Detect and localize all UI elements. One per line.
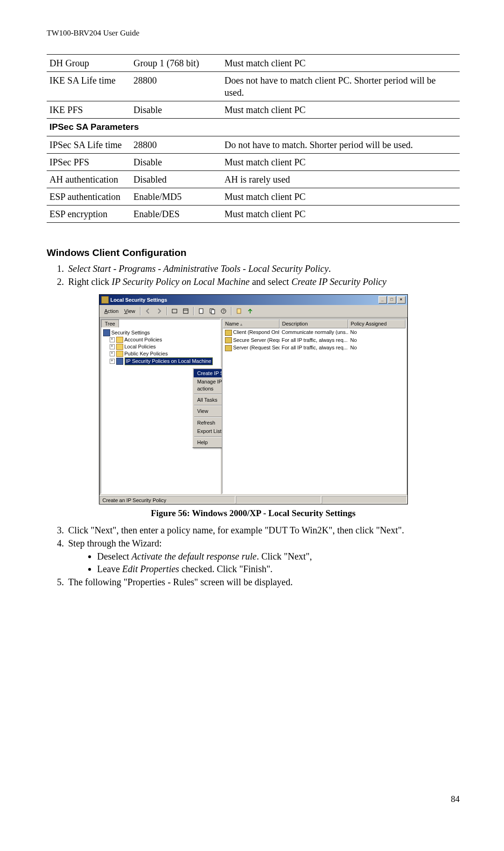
table-row: IKE PFSDisableMust match client PC [47,101,460,119]
steps-list: Select Start - Programs - Administrative… [47,262,460,288]
svg-rect-0 [172,309,177,313]
table-row: DH GroupGroup 1 (768 bit)Must match clie… [47,55,460,72]
tree-tab[interactable]: Tree [101,319,119,327]
table-row: ESP authenticationEnable/MD5Must match c… [47,188,460,205]
window-titlebar[interactable]: Local Security Settings _ □ × [99,295,407,305]
list-item: Right click IP Security Policy on Local … [66,276,460,288]
menu-view[interactable]: View [122,307,138,315]
folder-icon [116,344,123,350]
app-icon [101,296,109,304]
section-header-row: IPSec SA Parameters [47,119,460,136]
expand-icon[interactable]: + [110,344,115,349]
tree-node-selected[interactable]: +IP Security Policies on Local Machine [103,357,219,365]
bullet-item: Deselect Activate the default response r… [97,550,460,562]
status-text: Create an IP Security Policy [100,496,235,504]
maximize-button[interactable]: □ [388,296,396,304]
folder-icon [116,351,123,357]
page-header: TW100-BRV204 User Guide [47,28,460,38]
column-description[interactable]: Description [280,319,348,328]
tree-node[interactable]: +Public Key Policies [103,350,219,357]
list-item: Select Start - Programs - Administrative… [66,262,460,275]
list-header: Name ▵ Description Policy Assigned [223,319,406,328]
toolbar-icon[interactable] [169,306,180,316]
menu-action[interactable]: Action [102,307,121,315]
svg-rect-3 [199,309,203,313]
tree-pane: Tree Security Settings +Account Policies… [100,319,221,494]
policy-icon [116,358,123,365]
parameters-table: DH GroupGroup 1 (768 bit)Must match clie… [47,54,460,223]
expand-icon[interactable]: + [110,337,115,342]
list-pane: Name ▵ Description Policy Assigned Clien… [222,319,406,494]
svg-rect-8 [237,309,241,313]
list-row[interactable]: Server (Request Secu... For all IP traff… [223,344,406,352]
screenshot-local-security-settings: Local Security Settings _ □ × Action Vie… [99,294,408,504]
security-icon [103,329,110,336]
status-panel [322,496,407,504]
folder-icon [116,337,123,343]
figure: Local Security Settings _ □ × Action Vie… [47,294,460,519]
toolbar-icon[interactable] [234,306,244,316]
column-assigned[interactable]: Policy Assigned [348,319,406,328]
toolbar-icon[interactable] [207,306,217,316]
list-item: Click "Next", then enter a policy name, … [66,524,460,536]
table-row: IKE SA Life time28800Does not have to ma… [47,72,460,101]
table-row: IPSec SA Life time28800Do not have to ma… [47,136,460,153]
toolbar-icon[interactable] [196,306,206,316]
forward-button[interactable] [154,306,164,316]
policy-icon [225,345,232,351]
policy-icon [225,330,232,336]
steps-list-continued: Click "Next", then enter a policy name, … [47,524,460,588]
tree-node[interactable]: +Account Policies [103,336,219,343]
section-heading: Windows Client Configuration [47,246,460,259]
table-row: ESP encryptionEnable/DESMust match clien… [47,205,460,222]
svg-text:?: ? [222,309,224,313]
svg-rect-5 [211,310,215,314]
close-button[interactable]: × [397,296,406,304]
minimize-button[interactable]: _ [378,296,387,304]
expand-icon[interactable]: + [110,359,115,364]
window-title: Local Security Settings [111,297,168,303]
tree-node[interactable]: +Local Policies [103,343,219,350]
figure-caption: Figure 56: Windows 2000/XP - Local Secur… [47,508,460,519]
toolbar-icon[interactable] [181,306,191,316]
list-item: The following "Properties - Rules" scree… [66,576,460,588]
list-item: Step through the Wizard: Deselect Activa… [66,537,460,575]
svg-rect-1 [183,309,188,313]
toolbar-icon[interactable] [245,306,255,316]
policy-icon [225,337,232,343]
expand-icon[interactable]: + [110,351,115,356]
toolbar-icon[interactable]: ? [218,306,229,316]
page-number: 84 [47,794,460,805]
table-row: AH authenticationDisabledAH is rarely us… [47,170,460,188]
statusbar: Create an IP Security Policy [99,495,407,504]
list-row[interactable]: Client (Respond Only) Communicate normal… [223,328,406,336]
back-button[interactable] [143,306,153,316]
menubar: Action View ? [99,305,407,318]
sort-icon: ▵ [240,322,242,326]
list-row[interactable]: Secure Server (Requir... For all IP traf… [223,336,406,344]
status-panel [236,496,321,504]
column-name[interactable]: Name ▵ [223,319,280,328]
tree-root[interactable]: Security Settings [103,329,219,336]
bullet-item: Leave Edit Properties checked. Click "Fi… [97,563,460,575]
table-row: IPSec PFSDisableMust match client PC [47,153,460,170]
